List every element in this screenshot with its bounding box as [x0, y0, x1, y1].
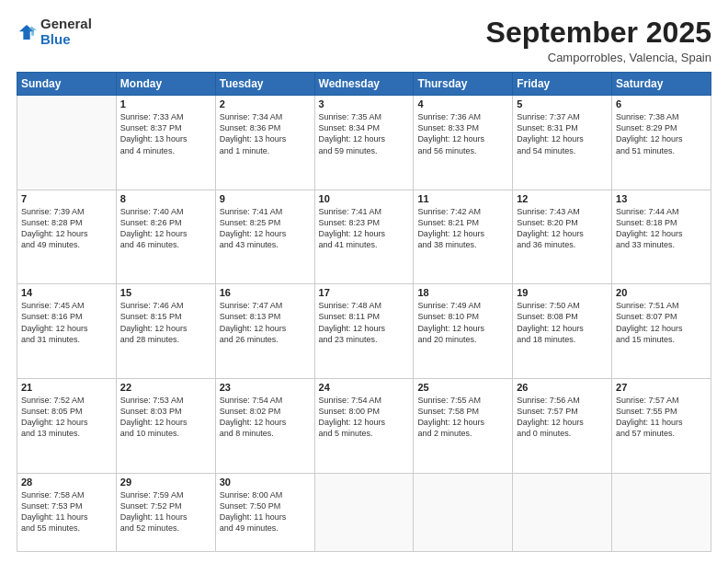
table-row: 22Sunrise: 7:53 AM Sunset: 8:03 PM Dayli… [116, 378, 215, 473]
day-number: 3 [319, 98, 410, 109]
title-block: September 2025 Camporrobles, Valencia, S… [486, 17, 711, 64]
day-info: Sunrise: 7:54 AM Sunset: 8:02 PM Dayligh… [220, 395, 311, 440]
col-wednesday: Wednesday [314, 73, 414, 96]
day-info: Sunrise: 7:35 AM Sunset: 8:34 PM Dayligh… [319, 111, 410, 156]
day-info: Sunrise: 7:46 AM Sunset: 8:15 PM Dayligh… [120, 300, 211, 345]
table-row [314, 473, 414, 552]
day-number: 13 [616, 193, 707, 204]
table-row: 23Sunrise: 7:54 AM Sunset: 8:02 PM Dayli… [215, 378, 314, 473]
table-row: 7Sunrise: 7:39 AM Sunset: 8:28 PM Daylig… [17, 190, 117, 284]
day-number: 2 [220, 98, 311, 109]
day-info: Sunrise: 7:57 AM Sunset: 7:55 PM Dayligh… [616, 395, 707, 440]
day-info: Sunrise: 7:47 AM Sunset: 8:13 PM Dayligh… [220, 300, 311, 345]
day-info: Sunrise: 7:40 AM Sunset: 8:26 PM Dayligh… [120, 206, 211, 251]
col-sunday: Sunday [17, 73, 117, 96]
day-info: Sunrise: 7:49 AM Sunset: 8:10 PM Dayligh… [417, 300, 508, 345]
table-row: 4Sunrise: 7:36 AM Sunset: 8:33 PM Daylig… [414, 96, 513, 190]
calendar-header-row: Sunday Monday Tuesday Wednesday Thursday… [17, 73, 711, 96]
day-number: 7 [21, 193, 112, 204]
day-info: Sunrise: 7:45 AM Sunset: 8:16 PM Dayligh… [21, 300, 112, 345]
header: General Blue September 2025 Camporrobles… [17, 17, 711, 64]
col-friday: Friday [513, 73, 612, 96]
table-row: 21Sunrise: 7:52 AM Sunset: 8:05 PM Dayli… [17, 378, 117, 473]
day-info: Sunrise: 7:48 AM Sunset: 8:11 PM Dayligh… [319, 300, 410, 345]
day-info: Sunrise: 7:41 AM Sunset: 8:23 PM Dayligh… [319, 206, 410, 251]
table-row: 3Sunrise: 7:35 AM Sunset: 8:34 PM Daylig… [314, 96, 414, 190]
table-row [17, 96, 117, 190]
day-number: 8 [120, 193, 211, 204]
day-info: Sunrise: 7:37 AM Sunset: 8:31 PM Dayligh… [517, 111, 608, 156]
day-number: 24 [319, 382, 410, 393]
page: General Blue September 2025 Camporrobles… [0, 0, 728, 563]
logo-icon [17, 22, 37, 42]
day-info: Sunrise: 7:39 AM Sunset: 8:28 PM Dayligh… [21, 206, 112, 251]
day-number: 14 [21, 287, 112, 298]
day-number: 10 [319, 193, 410, 204]
day-info: Sunrise: 7:59 AM Sunset: 7:52 PM Dayligh… [120, 489, 211, 534]
logo-blue-text: Blue [40, 32, 92, 48]
day-number: 23 [220, 382, 311, 393]
day-number: 29 [120, 477, 211, 488]
logo-text: General Blue [40, 17, 92, 47]
day-number: 15 [120, 287, 211, 298]
day-number: 5 [517, 98, 608, 109]
table-row: 2Sunrise: 7:34 AM Sunset: 8:36 PM Daylig… [215, 96, 314, 190]
col-tuesday: Tuesday [215, 73, 314, 96]
table-row: 19Sunrise: 7:50 AM Sunset: 8:08 PM Dayli… [513, 284, 612, 379]
table-row: 20Sunrise: 7:51 AM Sunset: 8:07 PM Dayli… [612, 284, 711, 379]
day-info: Sunrise: 7:34 AM Sunset: 8:36 PM Dayligh… [220, 111, 311, 156]
day-number: 11 [417, 193, 508, 204]
calendar-table: Sunday Monday Tuesday Wednesday Thursday… [17, 72, 711, 552]
day-info: Sunrise: 7:44 AM Sunset: 8:18 PM Dayligh… [616, 206, 707, 251]
table-row: 5Sunrise: 7:37 AM Sunset: 8:31 PM Daylig… [513, 96, 612, 190]
table-row [414, 473, 513, 552]
table-row: 18Sunrise: 7:49 AM Sunset: 8:10 PM Dayli… [414, 284, 513, 379]
table-row [612, 473, 711, 552]
day-number: 19 [517, 287, 608, 298]
day-info: Sunrise: 7:43 AM Sunset: 8:20 PM Dayligh… [517, 206, 608, 251]
day-info: Sunrise: 7:36 AM Sunset: 8:33 PM Dayligh… [417, 111, 508, 156]
month-title: September 2025 [486, 17, 711, 49]
table-row [513, 473, 612, 552]
day-number: 6 [616, 98, 707, 109]
table-row: 10Sunrise: 7:41 AM Sunset: 8:23 PM Dayli… [314, 190, 414, 284]
day-info: Sunrise: 7:54 AM Sunset: 8:00 PM Dayligh… [319, 395, 410, 440]
table-row: 8Sunrise: 7:40 AM Sunset: 8:26 PM Daylig… [116, 190, 215, 284]
day-info: Sunrise: 7:56 AM Sunset: 7:57 PM Dayligh… [517, 395, 608, 440]
table-row: 30Sunrise: 8:00 AM Sunset: 7:50 PM Dayli… [215, 473, 314, 552]
day-number: 9 [220, 193, 311, 204]
col-monday: Monday [116, 73, 215, 96]
table-row: 13Sunrise: 7:44 AM Sunset: 8:18 PM Dayli… [612, 190, 711, 284]
day-number: 1 [120, 98, 211, 109]
day-number: 25 [417, 382, 508, 393]
col-thursday: Thursday [414, 73, 513, 96]
day-info: Sunrise: 7:53 AM Sunset: 8:03 PM Dayligh… [120, 395, 211, 440]
day-info: Sunrise: 7:52 AM Sunset: 8:05 PM Dayligh… [21, 395, 112, 440]
day-number: 21 [21, 382, 112, 393]
table-row: 17Sunrise: 7:48 AM Sunset: 8:11 PM Dayli… [314, 284, 414, 379]
location: Camporrobles, Valencia, Spain [486, 51, 711, 64]
table-row: 26Sunrise: 7:56 AM Sunset: 7:57 PM Dayli… [513, 378, 612, 473]
day-info: Sunrise: 7:50 AM Sunset: 8:08 PM Dayligh… [517, 300, 608, 345]
table-row: 28Sunrise: 7:58 AM Sunset: 7:53 PM Dayli… [17, 473, 117, 552]
day-info: Sunrise: 7:33 AM Sunset: 8:37 PM Dayligh… [120, 111, 211, 156]
day-info: Sunrise: 7:51 AM Sunset: 8:07 PM Dayligh… [616, 300, 707, 345]
day-info: Sunrise: 7:55 AM Sunset: 7:58 PM Dayligh… [417, 395, 508, 440]
col-saturday: Saturday [612, 73, 711, 96]
day-info: Sunrise: 7:41 AM Sunset: 8:25 PM Dayligh… [220, 206, 311, 251]
table-row: 9Sunrise: 7:41 AM Sunset: 8:25 PM Daylig… [215, 190, 314, 284]
logo: General Blue [17, 17, 92, 47]
table-row: 1Sunrise: 7:33 AM Sunset: 8:37 PM Daylig… [116, 96, 215, 190]
table-row: 27Sunrise: 7:57 AM Sunset: 7:55 PM Dayli… [612, 378, 711, 473]
table-row: 16Sunrise: 7:47 AM Sunset: 8:13 PM Dayli… [215, 284, 314, 379]
day-info: Sunrise: 7:42 AM Sunset: 8:21 PM Dayligh… [417, 206, 508, 251]
table-row: 12Sunrise: 7:43 AM Sunset: 8:20 PM Dayli… [513, 190, 612, 284]
day-number: 22 [120, 382, 211, 393]
day-number: 26 [517, 382, 608, 393]
table-row: 11Sunrise: 7:42 AM Sunset: 8:21 PM Dayli… [414, 190, 513, 284]
day-number: 27 [616, 382, 707, 393]
table-row: 6Sunrise: 7:38 AM Sunset: 8:29 PM Daylig… [612, 96, 711, 190]
day-info: Sunrise: 8:00 AM Sunset: 7:50 PM Dayligh… [220, 489, 311, 534]
day-number: 18 [417, 287, 508, 298]
day-info: Sunrise: 7:58 AM Sunset: 7:53 PM Dayligh… [21, 489, 112, 534]
